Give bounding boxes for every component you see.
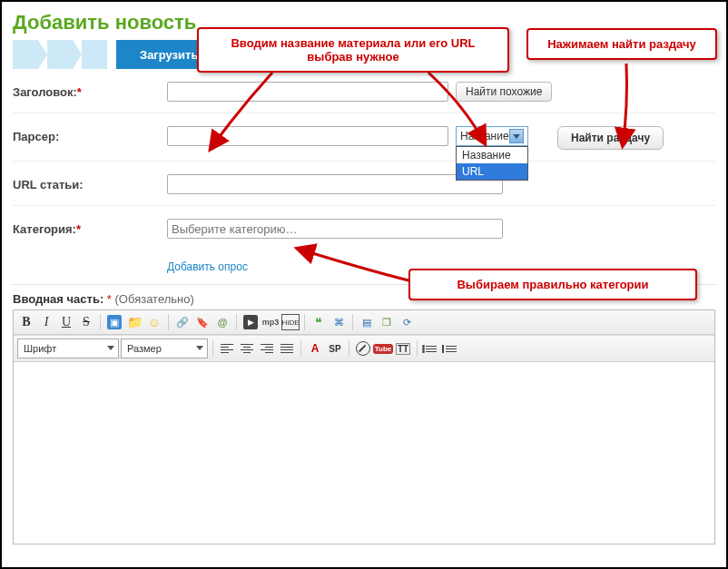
annotation-callout-2: Нажимаем найти раздачу bbox=[526, 28, 717, 60]
wizard-step-1[interactable] bbox=[13, 40, 38, 69]
leaf-button[interactable]: ❒ bbox=[378, 313, 396, 331]
spoiler-button[interactable]: SP bbox=[326, 339, 344, 358]
youtube-button[interactable]: Tube bbox=[374, 339, 392, 358]
align-left-button[interactable] bbox=[218, 339, 236, 358]
annotation-callout-1: Вводим название материала или его URL вы… bbox=[197, 27, 509, 73]
bold-button[interactable]: B bbox=[17, 313, 35, 331]
tooltip-button[interactable]: TT bbox=[394, 339, 412, 358]
wizard-step-3[interactable] bbox=[82, 40, 107, 69]
image-button[interactable]: ▣ bbox=[105, 313, 123, 331]
parser-type-select[interactable]: Название Название URL bbox=[456, 126, 528, 146]
parser-type-option-name[interactable]: Название bbox=[457, 147, 527, 163]
parser-type-current: Название bbox=[460, 130, 509, 142]
annotation-arrow-icon bbox=[298, 249, 412, 281]
mp3-button[interactable]: mp3 bbox=[261, 313, 280, 331]
parser-input[interactable] bbox=[167, 126, 448, 146]
strike-button[interactable]: S bbox=[77, 313, 95, 331]
label-parser: Парсер: bbox=[13, 126, 167, 143]
article-url-input[interactable] bbox=[167, 174, 503, 194]
font-size-select[interactable]: Размер bbox=[121, 338, 208, 358]
align-justify-button[interactable] bbox=[278, 339, 296, 358]
label-title: Заголовок:* bbox=[13, 82, 167, 99]
rich-text-editor: B I U S ▣ 📁 ☺ 🔗 🔖 @ ▶ mp3 HIDE ❝ ⌘ ▤ ❒ ⟳… bbox=[13, 309, 715, 544]
parser-type-dropdown: Название URL bbox=[456, 146, 528, 181]
link-button[interactable]: 🔗 bbox=[173, 313, 192, 331]
find-similar-button[interactable]: Найти похожие bbox=[456, 82, 552, 102]
hide-button[interactable]: HIDE bbox=[281, 313, 300, 331]
italic-button[interactable]: I bbox=[37, 313, 55, 331]
file-button[interactable]: 📁 bbox=[125, 313, 143, 331]
add-poll-link[interactable]: Добавить опрос bbox=[167, 260, 248, 273]
text-color-button[interactable]: A bbox=[306, 339, 324, 358]
pagebreak-button[interactable]: ▤ bbox=[358, 313, 376, 331]
find-torrent-button[interactable]: Найти раздачу bbox=[557, 126, 664, 150]
title-input[interactable] bbox=[167, 82, 448, 102]
editor-toolbar-2: Шрифт Размер A SP Tube TT bbox=[14, 335, 714, 362]
label-url: URL статьи: bbox=[13, 174, 167, 191]
code-button[interactable]: ⌘ bbox=[330, 313, 348, 331]
label-category: Категория:* bbox=[13, 219, 167, 236]
editor-toolbar-1: B I U S ▣ 📁 ☺ 🔗 🔖 @ ▶ mp3 HIDE ❝ ⌘ ▤ ❒ ⟳ bbox=[14, 310, 714, 335]
unlink-button[interactable]: ⟳ bbox=[398, 313, 416, 331]
emoji-button[interactable]: ☺ bbox=[145, 313, 163, 331]
align-right-button[interactable] bbox=[258, 339, 276, 358]
editor-textarea[interactable] bbox=[14, 362, 714, 544]
media-button[interactable]: ▶ bbox=[241, 313, 260, 331]
category-input[interactable] bbox=[167, 219, 503, 239]
font-family-select[interactable]: Шрифт bbox=[17, 338, 119, 358]
wizard-step-2[interactable] bbox=[47, 40, 73, 69]
email-button[interactable]: @ bbox=[213, 313, 231, 331]
underline-button[interactable]: U bbox=[57, 313, 75, 331]
bullet-list-button[interactable] bbox=[422, 339, 440, 358]
quote-button[interactable]: ❝ bbox=[310, 313, 328, 331]
anchor-button[interactable]: 🔖 bbox=[193, 313, 212, 331]
annotation-callout-3: Выбираем правильно категории bbox=[408, 269, 697, 300]
align-center-button[interactable] bbox=[238, 339, 256, 358]
parser-type-option-url[interactable]: URL bbox=[457, 163, 527, 180]
number-list-button[interactable] bbox=[442, 339, 460, 358]
chevron-down-icon bbox=[509, 129, 524, 143]
noformat-button[interactable] bbox=[354, 339, 372, 358]
